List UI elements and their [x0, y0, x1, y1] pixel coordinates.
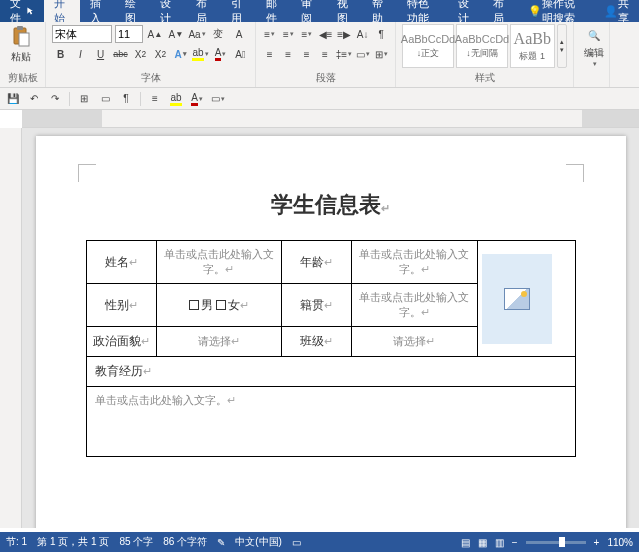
- status-chars[interactable]: 86 个字符: [163, 535, 207, 549]
- quick-access-toolbar: 💾 ↶ ↷ ⊞ ▭ ¶ ≡ ab A▾ ▭▾: [0, 88, 639, 110]
- svg-rect-1: [17, 26, 23, 30]
- qat-bullets-icon[interactable]: ≡: [146, 90, 164, 108]
- ribbon: 粘贴 剪贴板 A▲ A▼ Aa▾ 变 A B I U abc X2 X2 A▾ …: [0, 22, 639, 88]
- field-education[interactable]: 单击或点击此处输入文字。↵: [86, 387, 575, 457]
- clear-formatting-icon[interactable]: A: [230, 25, 248, 43]
- qat-fontcolor-icon[interactable]: A▾: [188, 90, 206, 108]
- table-row: 姓名↵ 单击或点击此处输入文字。↵ 年龄↵ 单击或点击此处输入文字。↵: [86, 241, 575, 284]
- redo-icon[interactable]: ↷: [46, 90, 64, 108]
- label-age[interactable]: 年龄↵: [282, 241, 352, 284]
- view-print-icon[interactable]: ▦: [478, 537, 487, 548]
- undo-icon[interactable]: ↶: [25, 90, 43, 108]
- align-center-icon[interactable]: ≡: [280, 45, 295, 63]
- style-heading1[interactable]: AaBb标题 1: [510, 24, 555, 68]
- status-page[interactable]: 第 1 页，共 1 页: [37, 535, 109, 549]
- label-politics[interactable]: 政治面貌↵: [86, 327, 156, 357]
- style-normal[interactable]: AaBbCcDd↓正文: [402, 24, 454, 68]
- increase-indent-icon[interactable]: ≡▶: [336, 25, 352, 43]
- highlight-icon[interactable]: ab▾: [192, 45, 209, 63]
- styles-more-icon[interactable]: ▴▾: [557, 24, 568, 68]
- table-row: 教育经历↵: [86, 357, 575, 387]
- table-row: 单击或点击此处输入文字。↵: [86, 387, 575, 457]
- underline-button[interactable]: U: [92, 45, 109, 63]
- line-spacing-icon[interactable]: ‡≡▾: [336, 45, 352, 63]
- checkbox-female[interactable]: [216, 300, 226, 310]
- group-label-styles: 样式: [402, 71, 567, 87]
- image-icon: [504, 288, 530, 310]
- sort-icon[interactable]: A↓: [355, 25, 371, 43]
- status-bar: 节: 1 第 1 页，共 1 页 85 个字 86 个字符 ✎ 中文(中国) ▭…: [0, 532, 639, 552]
- decrease-indent-icon[interactable]: ◀≡: [318, 25, 334, 43]
- zoom-level[interactable]: 110%: [607, 537, 633, 548]
- text-effects-icon[interactable]: A▾: [172, 45, 189, 63]
- qat-shading-icon[interactable]: ▭▾: [209, 90, 227, 108]
- photo-placeholder[interactable]: [482, 254, 552, 344]
- field-age[interactable]: 单击或点击此处输入文字。↵: [352, 241, 477, 284]
- shrink-font-icon[interactable]: A▼: [167, 25, 185, 43]
- strike-button[interactable]: abc: [112, 45, 129, 63]
- label-name[interactable]: 姓名↵: [86, 241, 156, 284]
- zoom-out-icon[interactable]: −: [512, 537, 518, 548]
- ruler-horizontal[interactable]: [22, 110, 639, 128]
- svg-rect-2: [19, 33, 29, 46]
- status-words[interactable]: 85 个字: [119, 535, 153, 549]
- qat-highlight-icon[interactable]: ab: [167, 90, 185, 108]
- photo-cell[interactable]: [477, 241, 575, 357]
- view-web-icon[interactable]: ▥: [495, 537, 504, 548]
- label-class[interactable]: 班级↵: [282, 327, 352, 357]
- shading-icon[interactable]: ▭▾: [355, 45, 370, 63]
- qat-table-icon[interactable]: ⊞: [75, 90, 93, 108]
- font-size-select[interactable]: [115, 25, 143, 43]
- multilevel-icon[interactable]: ≡▾: [299, 25, 315, 43]
- field-name[interactable]: 单击或点击此处输入文字。↵: [156, 241, 281, 284]
- group-label-editing: 编辑: [584, 46, 604, 60]
- field-gender[interactable]: 男 女↵: [156, 284, 281, 327]
- zoom-slider[interactable]: [526, 541, 586, 544]
- field-politics[interactable]: 请选择↵: [156, 327, 281, 357]
- show-marks-icon[interactable]: ¶: [373, 25, 389, 43]
- label-education[interactable]: 教育经历↵: [86, 357, 575, 387]
- document-title[interactable]: 学生信息表↵: [86, 190, 576, 220]
- status-section[interactable]: 节: 1: [6, 535, 27, 549]
- align-left-icon[interactable]: ≡: [262, 45, 277, 63]
- checkbox-male[interactable]: [189, 300, 199, 310]
- superscript-icon[interactable]: X2: [152, 45, 169, 63]
- qat-doc-icon[interactable]: ▭: [96, 90, 114, 108]
- subscript-icon[interactable]: X2: [132, 45, 149, 63]
- font-color-icon[interactable]: A▾: [212, 45, 229, 63]
- grow-font-icon[interactable]: A▲: [146, 25, 164, 43]
- ruler-vertical[interactable]: [0, 128, 22, 528]
- group-label-clipboard: 剪贴板: [6, 71, 39, 87]
- bold-button[interactable]: B: [52, 45, 69, 63]
- save-icon[interactable]: 💾: [4, 90, 22, 108]
- change-case-icon[interactable]: Aa▾: [188, 25, 206, 43]
- group-label-paragraph: 段落: [262, 71, 389, 87]
- font-name-select[interactable]: [52, 25, 112, 43]
- status-spellcheck-icon[interactable]: ✎: [217, 537, 225, 548]
- numbering-icon[interactable]: ≡▾: [281, 25, 297, 43]
- student-info-table[interactable]: 姓名↵ 单击或点击此处输入文字。↵ 年龄↵ 单击或点击此处输入文字。↵ 性别↵ …: [86, 240, 576, 457]
- enclose-char-icon[interactable]: A⃝: [232, 45, 249, 63]
- field-origin[interactable]: 单击或点击此处输入文字。↵: [352, 284, 477, 327]
- status-language[interactable]: 中文(中国): [235, 535, 282, 549]
- qat-para-icon[interactable]: ¶: [117, 90, 135, 108]
- group-label-font: 字体: [52, 71, 249, 87]
- justify-icon[interactable]: ≡: [317, 45, 332, 63]
- paste-button[interactable]: 粘贴: [6, 24, 36, 66]
- bullets-icon[interactable]: ≡▾: [262, 25, 278, 43]
- find-icon[interactable]: 🔍: [585, 26, 603, 44]
- label-origin[interactable]: 籍贯↵: [282, 284, 352, 327]
- borders-icon[interactable]: ⊞▾: [374, 45, 389, 63]
- field-class[interactable]: 请选择↵: [352, 327, 477, 357]
- workspace: 学生信息表↵ 姓名↵ 单击或点击此处输入文字。↵ 年龄↵ 单击或点击此处输入文字…: [0, 128, 639, 528]
- page-area[interactable]: 学生信息表↵ 姓名↵ 单击或点击此处输入文字。↵ 年龄↵ 单击或点击此处输入文字…: [22, 128, 639, 528]
- label-gender[interactable]: 性别↵: [86, 284, 156, 327]
- phonetic-guide-icon[interactable]: 变: [209, 25, 227, 43]
- document-page[interactable]: 学生信息表↵ 姓名↵ 单击或点击此处输入文字。↵ 年龄↵ 单击或点击此处输入文字…: [36, 136, 626, 528]
- align-right-icon[interactable]: ≡: [299, 45, 314, 63]
- style-nospacing[interactable]: AaBbCcDd↓无间隔: [456, 24, 508, 68]
- status-insert-mode-icon[interactable]: ▭: [292, 537, 301, 548]
- italic-button[interactable]: I: [72, 45, 89, 63]
- view-read-icon[interactable]: ▤: [461, 537, 470, 548]
- zoom-in-icon[interactable]: +: [594, 537, 600, 548]
